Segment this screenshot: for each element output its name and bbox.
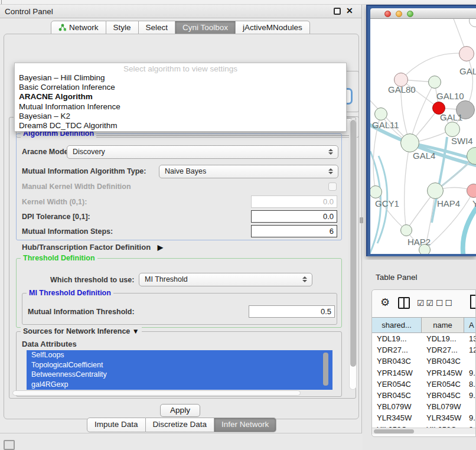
column-header-shared-name[interactable]: shared...: [372, 318, 422, 332]
tab-discretize-data[interactable]: Discretize Data: [146, 418, 215, 432]
network-node[interactable]: [427, 182, 444, 199]
network-node-label: HAP4: [437, 198, 460, 208]
algorithm-popup-list: Bayesian – Hill ClimbingBasic Correlatio…: [15, 73, 346, 131]
network-node[interactable]: [459, 46, 474, 61]
network-node-label: GAL10: [436, 91, 464, 101]
network-node[interactable]: [428, 76, 441, 89]
column-header-name[interactable]: name: [422, 318, 464, 332]
algorithm-option[interactable]: Bayesian – K2: [15, 112, 346, 121]
aracne-mode-combobox[interactable]: Discovery: [67, 145, 338, 159]
algorithm-option[interactable]: Mutual Information Inference: [15, 102, 346, 112]
algorithm-option[interactable]: Basic Correlation Inference: [15, 83, 346, 92]
manual-kernel-checkbox[interactable]: [328, 182, 337, 191]
table-cell: 9.: [464, 367, 476, 379]
screen: Control Panel ✕ Network Style Select Cyn…: [0, 0, 476, 450]
table-panel-title: Table Panel: [376, 273, 418, 282]
tab-infer-network[interactable]: Infer Network: [214, 418, 276, 432]
column-header-partial[interactable]: A: [464, 318, 476, 332]
network-window-titlebar[interactable]: [370, 8, 476, 19]
table-cell: YLR345W: [372, 412, 422, 423]
attribute-list-scrollbar[interactable]: [323, 353, 328, 386]
collapsed-panel-icon[interactable]: [4, 440, 15, 450]
outer-top-strip: [0, 0, 476, 5]
which-threshold-combobox[interactable]: MI Threshold: [139, 273, 312, 286]
table-cell: YBR045C: [372, 390, 422, 401]
cyni-toolbox-panel: gal-filtered sif default node Select alg…: [4, 34, 359, 419]
float-window-icon[interactable]: [334, 8, 341, 15]
table-cell: YDL19...: [372, 333, 422, 344]
table-row[interactable]: YBR045CYBR045C9.: [372, 390, 476, 401]
table-hscrollbar-thumb[interactable]: [374, 429, 414, 433]
hub-definition-toggle[interactable]: Hub/Transcription Factor Definition ▶: [22, 243, 163, 252]
table-hscrollbar-track[interactable]: [372, 428, 476, 434]
mi-type-combobox[interactable]: Naive Bayes: [159, 165, 338, 178]
which-threshold-label: Which threshold to use:: [50, 276, 134, 284]
mi-steps-input[interactable]: 6: [251, 225, 337, 237]
deselect-all-checkboxes-icon[interactable]: ☐☐: [436, 298, 454, 308]
table-row[interactable]: YBR043CYBR043C: [372, 356, 476, 367]
algorithm-option[interactable]: ARACNE Algorithm: [15, 92, 346, 102]
data-attribute-item[interactable]: BetweennessCentrality: [27, 370, 332, 380]
mac-minimize-button[interactable]: [396, 11, 402, 17]
table-cell: YLR345W: [422, 412, 464, 423]
network-tab-icon: [58, 24, 66, 34]
algorithm-placeholder: Select algorithm to view settings: [15, 63, 346, 73]
close-icon[interactable]: ✕: [346, 6, 353, 15]
kernel-width-input[interactable]: 0.0: [251, 195, 337, 208]
network-canvas[interactable]: GALGAL80GAL10GAL1GAL11SWI4GAL4GCY1HAP4YH…: [370, 19, 476, 254]
table-cell: YBL079W: [372, 401, 422, 412]
table-cell: YER054C: [422, 379, 464, 390]
network-node[interactable]: [400, 133, 419, 152]
data-attribute-item[interactable]: TopologicalCoefficient: [27, 360, 332, 370]
network-node-label: GAL4: [413, 151, 435, 161]
spinner-arrows-icon: [302, 276, 307, 282]
settings-hscrollbar-thumb[interactable]: [12, 390, 301, 396]
tab-impute-data[interactable]: Impute Data: [87, 418, 146, 432]
table-row[interactable]: YPR145WYPR145W9.: [372, 367, 476, 379]
table-cell: YBR043C: [422, 356, 464, 367]
network-node-label: HAP2: [407, 237, 431, 247]
sources-title[interactable]: Sources for Network Inference ▼: [21, 327, 142, 335]
tab-network-label: Network: [69, 23, 99, 32]
mi-threshold-input[interactable]: 0.5: [249, 305, 335, 318]
network-node-label: GAL: [459, 66, 476, 76]
mi-threshold-label: Mutual Information Threshold:: [28, 308, 135, 316]
table-row[interactable]: YBL079WYBL079W: [372, 401, 476, 412]
mac-close-button[interactable]: [384, 11, 391, 17]
table-cell: YDR27...: [422, 344, 464, 356]
table-row[interactable]: YDR27...YDR27...12: [372, 344, 476, 356]
table-panel-box: ⚙ ☑☑ ☐☐ shared... name A YDL19...YDL19..…: [371, 289, 476, 437]
dpi-tolerance-label: DPI Tolerance [0,1]:: [22, 213, 90, 221]
table-row[interactable]: YLR345WYLR345W9.: [372, 412, 476, 423]
settings-vscrollbar-thumb[interactable]: [350, 120, 356, 367]
aracne-mode-value: Discovery: [73, 148, 105, 156]
dpi-tolerance-input[interactable]: 0.0: [251, 210, 337, 223]
mi-threshold-title: MI Threshold Definition: [27, 289, 113, 297]
control-panel-window: Control Panel ✕ Network Style Select Cyn…: [0, 5, 362, 433]
table-row[interactable]: YER054CYER054C8.: [372, 379, 476, 390]
table-cell: YER054C: [372, 379, 422, 390]
mac-zoom-button[interactable]: [407, 11, 413, 17]
split-columns-icon[interactable]: [398, 297, 410, 309]
network-node[interactable]: [445, 122, 460, 137]
apply-button[interactable]: Apply: [160, 404, 200, 417]
network-node[interactable]: [374, 107, 387, 120]
aracne-mode-label: Aracne Mode:: [22, 148, 71, 156]
table-cell: [464, 356, 476, 367]
data-attributes-label: Data Attributes: [22, 340, 77, 348]
data-attribute-item[interactable]: gal4RGexp: [27, 380, 332, 390]
collapsed-arrow-icon: ▶: [158, 243, 163, 252]
algorithm-option[interactable]: Bayesian – Hill Climbing: [15, 73, 346, 83]
table-body: YDL19...YDL19...13YDR27...YDR27...12YBR0…: [372, 333, 476, 428]
table-row[interactable]: YDL19...YDL19...13: [372, 333, 476, 344]
gear-icon[interactable]: ⚙: [380, 296, 390, 309]
document-icon[interactable]: [470, 295, 476, 309]
algorithm-option[interactable]: Dream8 DC_TDC Algorithm: [15, 121, 346, 131]
network-node-label: GAL11: [372, 120, 399, 130]
select-all-checkboxes-icon[interactable]: ☑☑: [417, 298, 435, 308]
network-node[interactable]: [400, 224, 412, 236]
data-attribute-item[interactable]: SelfLoops: [27, 350, 332, 360]
table-cell: 8.: [464, 379, 476, 390]
table-cell: 9.: [464, 390, 476, 401]
splitpane-handle[interactable]: [360, 217, 363, 223]
